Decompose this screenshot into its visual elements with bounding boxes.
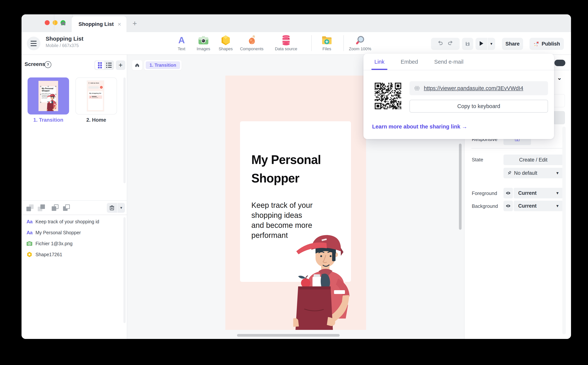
foreground-dropdown[interactable]: Current ▼ [514, 188, 563, 198]
grid-view-icon [98, 62, 102, 68]
redo-button[interactable] [447, 40, 454, 47]
chevron-down-icon[interactable]: ⌄ [557, 74, 562, 81]
screen-heading-text[interactable]: My Personal Shopper [251, 150, 321, 187]
layers-toolbar: ▼ [21, 200, 127, 215]
project-subtitle: Mobile / 667x375 [46, 43, 83, 48]
tab-home[interactable] [54, 14, 73, 32]
properties-scrollbar[interactable] [562, 126, 566, 334]
new-tab-button[interactable]: + [130, 19, 139, 28]
text-tool-icon: A [178, 34, 185, 46]
tool-components[interactable]: Components [237, 34, 266, 51]
hidden-panel-button [553, 94, 565, 107]
breadcrumb-screen[interactable]: 1. Transition [144, 60, 182, 70]
canvas-horizontal-scrollbar[interactable] [237, 334, 340, 337]
globe-icon [414, 85, 420, 91]
list-view-icon [106, 63, 112, 68]
redo-icon [447, 40, 454, 47]
send-to-back-button[interactable] [51, 204, 60, 212]
play-icon [479, 41, 483, 46]
tool-data-source[interactable]: Data source [272, 34, 300, 51]
mobile-screen-preview[interactable]: My Personal Shopper Keep track of your s… [225, 76, 366, 330]
share-popover: Link Embed Send e-mail https://viewer.pa… [364, 54, 554, 139]
canvas-vertical-scrollbar[interactable] [459, 144, 462, 230]
delivery-man-illustration[interactable] [293, 230, 357, 330]
caret-down-icon: ▼ [555, 204, 559, 208]
tab-link[interactable]: Link [374, 54, 384, 70]
shape-layer-icon [26, 252, 33, 257]
pin-icon [507, 171, 512, 175]
magnifier-icon [356, 34, 365, 46]
default-state-dropdown[interactable]: No default ▼ [503, 168, 563, 178]
tool-shapes[interactable]: Shapes [211, 34, 240, 51]
screen1-preview: My Personal Shopper Keep track of your s… [39, 81, 58, 111]
play-button[interactable] [475, 41, 487, 47]
send-backward-button[interactable] [26, 204, 34, 212]
tab-shopping-list[interactable]: Shopping List × [72, 16, 126, 32]
bring-forward-button[interactable] [37, 204, 46, 212]
layer-row-shape[interactable]: Shape17261 [21, 249, 122, 260]
foreground-label: Foreground [472, 190, 497, 196]
orientation-toggle[interactable] [554, 60, 565, 66]
hexagon-icon [221, 34, 231, 46]
screen-thumbnail-home[interactable]: Add an item + My shopping list [75, 77, 117, 114]
mini-menu-icon [88, 82, 90, 84]
window-tab-bar: Shopping List × + [21, 14, 571, 32]
eye-icon [506, 204, 511, 208]
share-popover-tabs: Link Embed Send e-mail [364, 54, 554, 70]
bring-to-front-button[interactable] [63, 204, 71, 212]
learn-more-link[interactable]: Learn more about the sharing link → [372, 124, 467, 130]
mini-add-icon: + [100, 86, 103, 89]
text-layer-icon: Aa [26, 219, 33, 225]
delete-options-button[interactable]: ▼ [117, 203, 125, 213]
view-mode-toggle [94, 60, 114, 70]
grid-view-button[interactable] [95, 61, 105, 69]
screens-scrollbar[interactable] [123, 77, 126, 183]
background-visibility-button[interactable] [503, 201, 513, 211]
save-button[interactable] [462, 38, 473, 50]
publish-button[interactable]: Publish [529, 38, 564, 50]
share-button[interactable]: Share [502, 38, 523, 50]
layer-row-image[interactable]: Fichier 1@3x.png [21, 238, 122, 249]
screen-label-home[interactable]: 2. Home [75, 117, 117, 123]
tab-send-email[interactable]: Send e-mail [434, 54, 463, 70]
list-view-button[interactable] [105, 61, 113, 69]
undo-icon [437, 40, 443, 47]
qr-code [373, 81, 403, 111]
text-layer-icon: Aa [26, 230, 33, 236]
tab-embed[interactable]: Embed [401, 54, 418, 70]
camera-icon [198, 34, 209, 46]
home-icon [60, 21, 66, 26]
background-dropdown[interactable]: Current ▼ [514, 201, 563, 211]
layer-row-text-2[interactable]: Aa My Personal Shopper [21, 227, 122, 238]
share-url-field[interactable]: https://viewer.pandasuite.com/3EvVWdI4 [410, 81, 548, 95]
copy-to-keyboard-button[interactable]: Copy to keyboard [410, 100, 548, 112]
help-icon[interactable]: ? [45, 61, 51, 68]
hidden-panel-button [553, 111, 565, 124]
add-screen-button[interactable]: + [116, 60, 125, 70]
save-icon [465, 41, 470, 47]
folder-icon [321, 34, 332, 46]
breadcrumb-home-button[interactable] [132, 60, 142, 70]
close-tab-icon[interactable]: × [118, 21, 121, 27]
background-label: Background [472, 203, 498, 209]
main-toolbar: Shopping List Mobile / 667x375 A Text Im [21, 32, 571, 55]
delete-layer-button[interactable] [107, 203, 117, 213]
layers-scrollbar[interactable] [123, 217, 126, 323]
share-url-link[interactable]: https://viewer.pandasuite.com/3EvVWdI4 [424, 85, 523, 91]
image-layer-icon [26, 241, 33, 246]
screen-thumbnail-transition[interactable]: My Personal Shopper Keep track of your s… [27, 77, 69, 114]
caret-down-icon: ▼ [555, 191, 559, 195]
caret-down-icon: ▼ [555, 171, 559, 175]
tool-zoom[interactable]: Zoom 100% [346, 34, 374, 51]
hamburger-menu-button[interactable] [27, 37, 41, 50]
close-window-button[interactable] [45, 20, 50, 25]
layer-row-text-1[interactable]: Aa Keep track of your shopping id [21, 216, 122, 227]
play-options-button[interactable]: ▼ [487, 38, 495, 50]
tool-files[interactable]: Files [313, 34, 341, 51]
state-create-edit-button[interactable]: Create / Edit [503, 154, 563, 165]
database-icon [282, 34, 291, 46]
flask-icon [247, 34, 257, 46]
screen-label-transition[interactable]: 1. Transition [27, 117, 69, 123]
undo-button[interactable] [437, 40, 443, 47]
foreground-visibility-button[interactable] [503, 188, 513, 198]
